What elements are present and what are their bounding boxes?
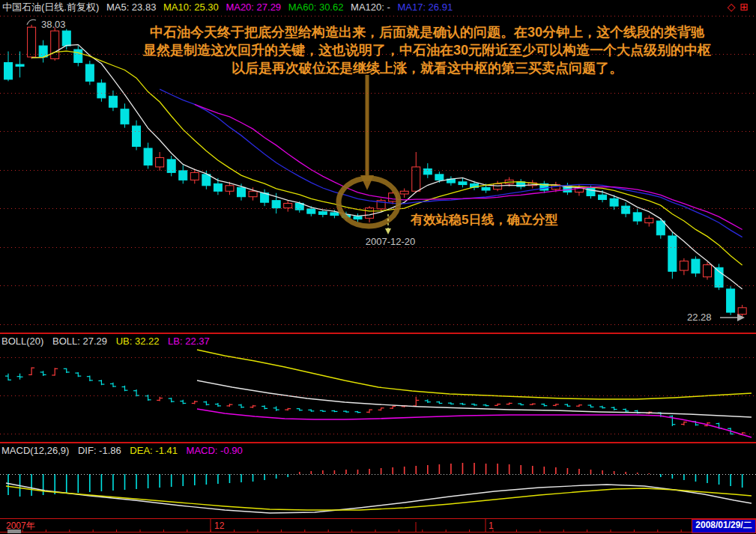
grid-view-icon[interactable]: ⊞ (740, 1, 753, 13)
boll-layer (5, 367, 746, 435)
stock-app-window: 中国石油(日线.前复权) MA5: 23.83 MA10: 25.30 MA20… (0, 0, 756, 534)
candle (459, 182, 467, 185)
candle (214, 183, 222, 191)
boll-mid-value: BOLL: 27.29 (52, 336, 107, 347)
boll-header: BOLL(20) BOLL: 27.29 UB: 32.22 LB: 22.37 (1, 336, 216, 347)
macd-name: MACD(12,26,9) (1, 445, 69, 456)
candle (179, 171, 187, 180)
macd-value: MACD: -0.90 (187, 445, 243, 456)
header-icon-group: ◇⊞ (727, 1, 753, 13)
candle (284, 203, 292, 207)
candle (633, 213, 641, 221)
candle (400, 191, 408, 194)
candle (226, 186, 234, 191)
ma120-value: MA120: - (351, 1, 390, 13)
low-price-label: 22.28 (687, 312, 712, 323)
candle (610, 198, 618, 206)
candle (39, 46, 47, 57)
candle (330, 213, 339, 216)
gridline (0, 285, 756, 286)
symbol-title: 中国石油(日线.前复权) (2, 1, 99, 13)
candle (307, 209, 315, 213)
candle (692, 259, 700, 273)
macd-dif-value: DIF: -1.86 (78, 445, 121, 456)
panel-separator (0, 442, 756, 443)
candle (97, 83, 106, 98)
gridline (0, 395, 756, 396)
scrollbar-thumb[interactable] (7, 530, 21, 533)
candle (74, 49, 82, 62)
axis-dec-label: 12 (214, 520, 224, 533)
candle (715, 267, 723, 287)
boll-mid-band (197, 380, 752, 417)
chart-header: 中国石油(日线.前复权) MA5: 23.83 MA10: 25.30 MA20… (2, 0, 756, 15)
macd-dea-value: DEA: -1.41 (130, 445, 178, 456)
gridline (0, 208, 756, 209)
annotation-line3: 以后是再次破位还是继续上涨，就看这中枢的第三买卖点问题了。 (127, 59, 727, 77)
gridline (0, 170, 756, 171)
candle (622, 206, 630, 213)
axis-top-line (0, 518, 756, 519)
gridline (0, 357, 756, 358)
candle (4, 63, 13, 79)
candle (109, 96, 117, 107)
candle (144, 148, 152, 165)
boll-lb-value: LB: 22.37 (168, 336, 210, 347)
gridline (0, 434, 756, 434)
boll-name: BOLL(20) (1, 336, 43, 347)
candle (680, 261, 688, 270)
candle (366, 208, 374, 219)
high-tick-mark (27, 19, 36, 25)
candle (727, 289, 735, 312)
high-price-label: 38.03 (41, 19, 66, 30)
candle (85, 64, 94, 81)
candle (738, 308, 746, 315)
low-arrow-head (737, 314, 745, 321)
panel-separator (0, 333, 756, 334)
candle (202, 175, 211, 186)
ma10-value: MA10: 25.30 (163, 1, 219, 13)
ma17-value: MA17: 26.91 (397, 1, 453, 13)
stand-note: 有效站稳5日线，确立分型 (411, 211, 557, 228)
axis-jan-label: 1 (489, 520, 494, 533)
candle (62, 31, 70, 46)
candle (482, 187, 490, 190)
candle (354, 216, 362, 219)
candle (16, 64, 24, 66)
macd-header: MACD(12,26,9) DIF: -1.86 DEA: -1.41 MACD… (1, 445, 249, 456)
candle (704, 265, 712, 277)
candle (645, 218, 653, 222)
dashed-arrow-head (385, 228, 391, 234)
macd-zero-line (0, 474, 756, 475)
gridline (0, 247, 756, 248)
macd-dea-line (6, 486, 752, 510)
analysis-annotation: 中石油今天终于把底分型给构造出来，后面就是确认的问题。在30分钟上，这个线段的类… (127, 23, 727, 77)
axis-bottom-line (0, 532, 756, 533)
macd-layer (8, 463, 743, 497)
annotation-line1: 中石油今天终于把底分型给构造出来，后面就是确认的问题。在30分钟上，这个线段的类… (127, 23, 727, 41)
candle (435, 175, 444, 180)
gridline (0, 324, 756, 325)
diamond-icon[interactable]: ◇ (727, 1, 740, 13)
ma60-value: MA60: 30.62 (288, 1, 344, 13)
ma10-line (31, 51, 743, 265)
candle (121, 109, 129, 124)
candle (599, 195, 607, 199)
candle (494, 183, 502, 189)
candle (28, 27, 36, 57)
candle (133, 126, 141, 146)
candle (156, 157, 164, 166)
time-axis-layer (22, 519, 752, 533)
gridline (0, 93, 756, 94)
ma5-value: MA5: 23.83 (106, 1, 157, 13)
candle (656, 221, 665, 235)
candle (238, 187, 246, 196)
candle (190, 172, 199, 180)
ma20-value: MA20: 27.29 (226, 1, 281, 13)
gridline (0, 16, 756, 16)
candle (668, 236, 677, 271)
gridline (0, 131, 756, 132)
macd-dif-line (6, 483, 752, 513)
date-note: 2007-12-20 (360, 236, 420, 247)
ma5-line (31, 45, 743, 289)
